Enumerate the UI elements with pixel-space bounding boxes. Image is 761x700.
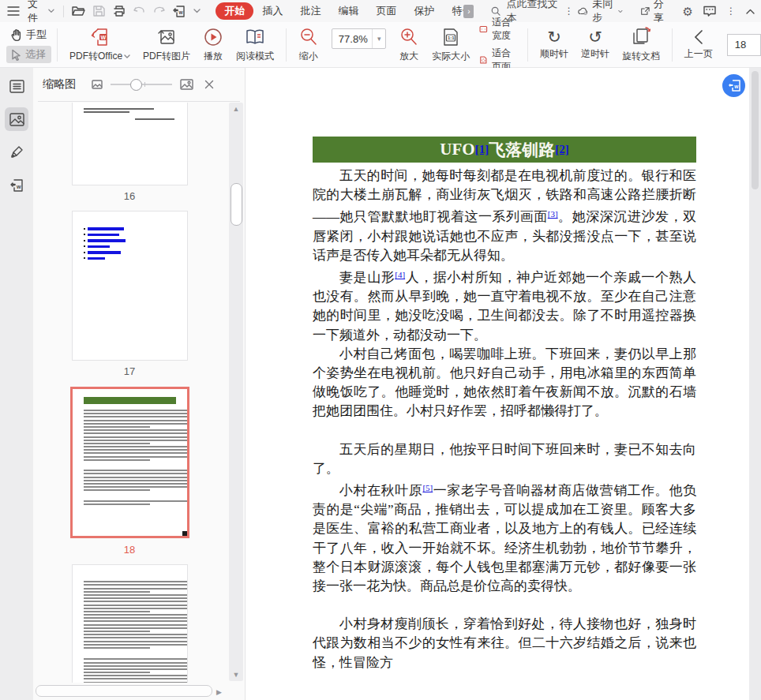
rotate-document-button[interactable]: 旋转文档: [616, 24, 666, 66]
footnote-ref[interactable]: [4]: [395, 270, 405, 279]
thumbnail-page-19[interactable]: [33, 565, 226, 683]
menu-tab-edit[interactable]: 编辑: [329, 2, 367, 20]
select-tool-button[interactable]: 选择: [6, 46, 51, 63]
search-options-dots-icon[interactable]: ⋮: [564, 6, 574, 16]
document-scrollbar-thumb[interactable]: [752, 71, 759, 189]
scroll-down-arrow-icon[interactable]: ▼: [229, 671, 243, 679]
document-area: w UFO[1]飞落钏路[2] 五天的时间，她每时每刻都是在电视机前度过的。银行…: [246, 68, 761, 700]
chevron-down-icon[interactable]: [189, 9, 204, 13]
export-word-icon[interactable]: w: [169, 6, 189, 17]
bookmarks-panel-button[interactable]: [5, 74, 28, 98]
svg-text:w: w: [178, 9, 184, 14]
print-icon[interactable]: [109, 6, 129, 17]
thumbnail-page-18[interactable]: 18: [33, 387, 226, 565]
thumbnail-vertical-scrollbar[interactable]: ▲ ▼: [229, 103, 243, 681]
actual-size-button[interactable]: 1:1 实际大小: [425, 24, 476, 66]
close-panel-icon[interactable]: [204, 80, 214, 89]
zoom-level-select[interactable]: 77.8% ▾: [332, 28, 387, 49]
scroll-right-arrow-icon[interactable]: ▶: [216, 688, 222, 696]
open-file-icon[interactable]: [68, 6, 89, 17]
play-button[interactable]: 播放: [197, 24, 230, 66]
slider-handle[interactable]: [130, 79, 142, 91]
thumbnail-preview[interactable]: [70, 387, 189, 538]
document-vertical-scrollbar[interactable]: [749, 68, 761, 700]
content-area: w 缩略图 161718 ▲ ▼: [0, 68, 761, 700]
rotate-counterclockwise-label: 逆时针: [581, 47, 609, 61]
menu-tab-insert[interactable]: 插入: [253, 2, 291, 20]
thumbnail-panel-title: 缩略图: [43, 77, 76, 92]
pdf-to-office-button[interactable]: W PDF转Office: [63, 24, 137, 66]
zoom-out-icon: [298, 27, 319, 47]
zoom-dropdown-arrow-icon[interactable]: ▾: [372, 29, 385, 48]
svg-text:w: w: [16, 184, 21, 189]
menu-tab-special[interactable]: 特色: [443, 2, 465, 20]
small-thumbnails-icon[interactable]: [92, 80, 103, 89]
redo-icon[interactable]: [149, 6, 169, 17]
thumbnail-preview[interactable]: [73, 565, 187, 683]
zoom-out-button[interactable]: 缩小: [292, 24, 325, 66]
menu-tab-home[interactable]: 开始: [216, 2, 253, 20]
pdf-reader-window: 文件 w 开始插入批注编辑页面保护特色› 点此查找文本 ⋮: [0, 0, 761, 700]
collapse-ribbon-icon[interactable]: [746, 9, 755, 14]
export-word-rail-button[interactable]: w: [5, 174, 28, 197]
divider: [57, 28, 58, 62]
more-options-dots-icon[interactable]: ⋮: [726, 6, 736, 16]
thumbnails-panel-button[interactable]: [5, 107, 28, 131]
paragraph-text: 妻是山形: [339, 270, 395, 285]
page-number-input[interactable]: 18: [727, 34, 761, 56]
document-paragraph: 五天的时间，她每时每刻都是在电视机前度过的。银行和医院的大楼土崩瓦解，商业街灰飞…: [313, 167, 696, 265]
scroll-up-arrow-icon[interactable]: ▲: [229, 105, 243, 113]
menu-tab-protect[interactable]: 保护: [405, 2, 443, 20]
footnote-ref[interactable]: [3]: [548, 209, 558, 219]
thumbnail-page-16[interactable]: 16: [33, 103, 226, 211]
fit-width-icon: [479, 24, 488, 35]
previous-page-button[interactable]: 上一页: [678, 27, 719, 63]
thumbnail-horizontal-scrollbar[interactable]: [36, 685, 212, 697]
zoom-level-value: 77.8%: [332, 33, 373, 45]
vertical-scrollbar-thumb[interactable]: [231, 183, 242, 226]
thumbnail-preview[interactable]: [73, 211, 187, 360]
settings-gear-icon[interactable]: ⚙: [683, 6, 693, 17]
footnote-ref[interactable]: [2]: [555, 143, 569, 156]
pdf-to-office-icon: W: [90, 27, 111, 47]
actual-size-icon: 1:1: [440, 27, 461, 47]
undo-icon[interactable]: [129, 6, 149, 17]
annotation-pen-button[interactable]: [5, 140, 28, 164]
rotate-clockwise-button[interactable]: ↻ 顺时针: [534, 27, 575, 63]
feedback-comment-icon[interactable]: [703, 6, 716, 17]
thumbnails-image-icon: [9, 113, 24, 126]
export-word-icon: w: [9, 178, 24, 193]
footnote-ref[interactable]: [1]: [475, 143, 489, 156]
zoom-in-button[interactable]: 放大: [392, 24, 425, 66]
divider: [38, 101, 240, 102]
divider: [286, 28, 287, 62]
thumbnail-page-17[interactable]: 17: [33, 211, 226, 387]
large-thumbnails-icon[interactable]: [180, 79, 193, 90]
zoom-out-label: 缩小: [299, 50, 318, 63]
svg-text:W: W: [100, 34, 106, 39]
paragraph-text: 小村在秋叶原: [339, 483, 422, 498]
thumbnail-size-slider[interactable]: [111, 79, 172, 90]
menu-bar: 文件 w 开始插入批注编辑页面保护特色› 点此查找文本 ⋮: [0, 0, 761, 22]
play-label: 播放: [204, 50, 223, 63]
pdf-to-image-button[interactable]: PDF转图片: [137, 24, 197, 66]
rotate-clockwise-label: 顺时针: [540, 47, 568, 61]
menu-tab-page[interactable]: 页面: [367, 2, 405, 20]
hamburger-menu-icon[interactable]: [0, 6, 24, 17]
pdf-to-word-floating-button[interactable]: w: [722, 74, 745, 97]
hand-icon: [11, 29, 22, 41]
thumbnail-page-number: 18: [124, 538, 135, 565]
document-paragraph: 小村身材瘦削颀长，穿着恰到好处，待人接物也好，独身时代跟为数相当不少的女性有来往…: [313, 615, 696, 672]
menu-tab-annotate[interactable]: 批注: [291, 2, 329, 20]
rotate-counterclockwise-button[interactable]: ↺ 逆时针: [575, 27, 616, 63]
reading-mode-button[interactable]: 阅读模式: [230, 24, 280, 66]
hand-tool-button[interactable]: 手型: [6, 26, 51, 43]
reading-mode-icon: [244, 27, 266, 47]
fit-width-button[interactable]: 适合宽度: [479, 16, 519, 43]
tab-overflow-icon[interactable]: ›: [463, 5, 474, 18]
footnote-ref[interactable]: [5]: [422, 483, 433, 492]
thumbnail-preview[interactable]: [73, 103, 187, 185]
cloud-icon: [578, 6, 589, 17]
paragraph-text: 小村自己烤面包，喝罢咖啡上班。下班回来，妻仍以早上那个姿势坐在电视机前。他只好自…: [313, 346, 696, 419]
save-icon[interactable]: [89, 6, 109, 17]
